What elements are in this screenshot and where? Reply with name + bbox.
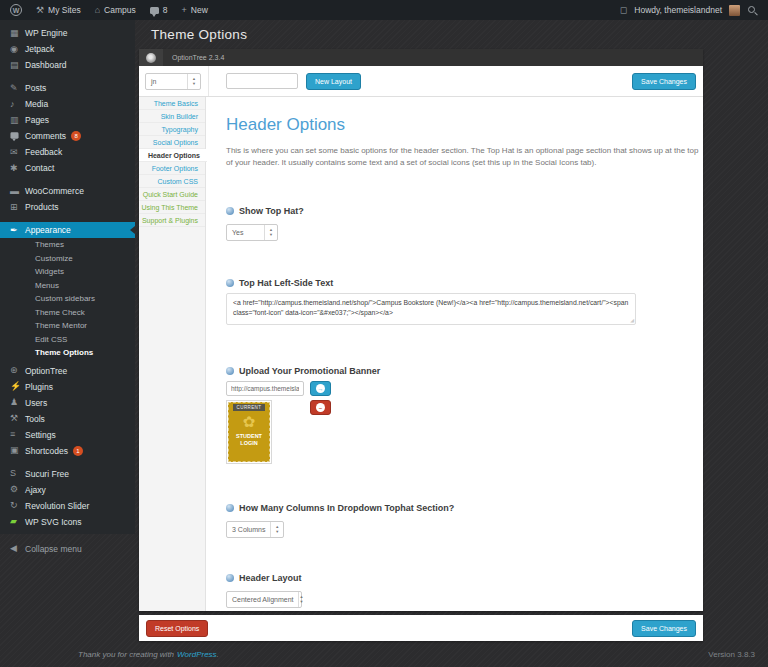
setting-label: Upload Your Promotional Banner — [239, 366, 380, 376]
admin-bar-site[interactable]: ⌂ Campus — [95, 5, 136, 15]
sidebar-item-label: Tools — [25, 414, 45, 424]
new-layout-button[interactable]: New Layout — [306, 73, 361, 90]
plus-icon: + — [182, 6, 187, 15]
sidebar-item-posts[interactable]: ✎ Posts — [0, 80, 135, 96]
banner-upload-row: → — [226, 381, 702, 396]
tab-theme-basics[interactable]: Theme Basics — [139, 97, 205, 110]
tab-social-options[interactable]: Social Options — [139, 136, 205, 149]
products-icon: ⊞ — [10, 203, 25, 212]
section-heading: Header Options — [226, 115, 702, 135]
jetpack-icon: ◉ — [10, 45, 25, 54]
tab-support-plugins[interactable]: Support & Plugins — [139, 214, 205, 227]
sidebar-item-label: OptionTree — [25, 366, 67, 376]
search-icon[interactable] — [747, 5, 758, 16]
sidebar-item-woocommerce[interactable]: ▬ WooCommerce — [0, 183, 135, 199]
comments-count: 8 — [163, 5, 168, 15]
info-icon[interactable] — [226, 207, 234, 215]
save-changes-button-bottom[interactable]: Save Changes — [632, 620, 696, 637]
sidebar-item-wp-svg-icons[interactable]: ▰ WP SVG Icons — [0, 514, 135, 530]
tab-typography[interactable]: Typography — [139, 123, 205, 136]
new-layout-input[interactable] — [226, 73, 298, 89]
crest-ornament-icon: ✿ — [243, 413, 256, 430]
optiontree-body: Theme Basics Skin Builder Typography Soc… — [139, 97, 703, 611]
info-icon[interactable] — [226, 367, 234, 375]
remove-media-button[interactable]: – — [310, 400, 331, 415]
collapse-menu-button[interactable]: ◀ Collapse menu — [0, 541, 135, 557]
save-changes-button-top[interactable]: Save Changes — [632, 73, 696, 90]
avatar[interactable] — [729, 5, 740, 16]
top-hat-text-textarea[interactable]: <a href="http://campus.themeisland.net/s… — [226, 293, 636, 325]
submenu-item-edit-css[interactable]: Edit CSS — [0, 333, 135, 347]
sidebar-item-feedback[interactable]: ✉ Feedback — [0, 144, 135, 160]
menu-separator — [0, 73, 135, 80]
optiontree-icon: ⊛ — [10, 366, 25, 375]
sidebar-item-ajaxy[interactable]: ⚙ Ajaxy — [0, 482, 135, 498]
shortcodes-icon: ▣ — [10, 446, 25, 455]
submenu-item-widgets[interactable]: Widgets — [0, 265, 135, 279]
sidebar-item-users[interactable]: ♟ Users — [0, 395, 135, 411]
tab-using-this-theme[interactable]: Using This Theme — [139, 201, 205, 214]
tab-header-options[interactable]: Header Options — [139, 149, 207, 162]
tab-skin-builder[interactable]: Skin Builder — [139, 110, 205, 123]
sidebar-item-dashboard[interactable]: ▤ Dashboard — [0, 57, 135, 73]
sidebar-item-sucuri[interactable]: S Sucuri Free — [0, 466, 135, 482]
howdy-account[interactable]: Howdy, themeislandnet — [634, 5, 722, 15]
site-name-label: Campus — [104, 5, 136, 15]
sidebar-item-media[interactable]: ♪ Media — [0, 96, 135, 112]
reset-options-button[interactable]: Reset Options — [146, 620, 208, 637]
sidebar-item-contact[interactable]: ✱ Contact — [0, 160, 135, 176]
sidebar-item-optiontree[interactable]: ⊛ OptionTree — [0, 363, 135, 379]
info-icon[interactable] — [226, 574, 234, 582]
collapse-menu-label: Collapse menu — [25, 544, 82, 554]
wordpress-link[interactable]: WordPress — [177, 650, 217, 659]
admin-bar-comments[interactable]: 8 — [150, 5, 168, 15]
sidebar-item-wp-engine[interactable]: ▦ WP Engine — [0, 25, 135, 41]
submenu-item-theme-options[interactable]: Theme Options — [0, 346, 135, 360]
sidebar-item-shortcodes[interactable]: ▣ Shortcodes 1 — [0, 443, 135, 459]
sidebar-item-products[interactable]: ⊞ Products — [0, 199, 135, 215]
sidebar-item-label: WP SVG Icons — [25, 517, 82, 527]
wordpress-logo-icon[interactable]: W — [10, 4, 22, 16]
submenu-item-theme-check[interactable]: Theme Check — [0, 306, 135, 320]
banner-url-input[interactable] — [226, 381, 304, 396]
sidebar-item-jetpack[interactable]: ◉ Jetpack — [0, 41, 135, 57]
tab-quick-start-guide[interactable]: Quick Start Guide — [139, 188, 205, 201]
info-icon[interactable] — [226, 279, 234, 287]
optiontree-panel: OptionTree 2.3.4 jn ▲▼ New Layout Save C… — [139, 49, 703, 611]
setting-show-top-hat: Show Top Hat? Yes ▲▼ — [226, 206, 702, 241]
columns-select[interactable]: 3 Columns ▲▼ — [226, 521, 284, 538]
sidebar-item-appearance[interactable]: ✒ Appearance — [0, 222, 135, 238]
admin-bar-my-sites[interactable]: ⚒ My Sites — [36, 5, 81, 15]
admin-bar-new[interactable]: + New — [182, 5, 208, 15]
sidebar-item-pages[interactable]: ▥ Pages — [0, 112, 135, 128]
upload-media-button[interactable]: → — [310, 381, 331, 396]
submenu-item-custom-sidebars[interactable]: Custom sidebars — [0, 292, 135, 306]
sucuri-icon: S — [10, 469, 25, 478]
tab-custom-css[interactable]: Custom CSS — [139, 175, 205, 188]
sidebar-item-plugins[interactable]: ⚡ Plugins — [0, 379, 135, 395]
header-layout-select[interactable]: Centered Alignment ▲▼ — [226, 591, 302, 608]
screen-icon[interactable]: ◻ — [620, 6, 627, 15]
woocommerce-icon: ▬ — [10, 187, 25, 196]
submenu-item-themes[interactable]: Themes — [0, 238, 135, 252]
optiontree-toolbar: jn ▲▼ New Layout Save Changes — [139, 66, 703, 97]
tools-icon: ⚒ — [10, 414, 25, 423]
page-title: Theme Options — [135, 20, 768, 49]
layout-select[interactable]: jn ▲▼ — [145, 73, 201, 90]
options-nav: Theme Basics Skin Builder Typography Soc… — [139, 97, 206, 611]
setting-label: How Many Columns In Dropdown Tophat Sect… — [239, 503, 454, 513]
optiontree-logo-cell — [139, 49, 163, 66]
gear-icon: ⚙ — [10, 485, 25, 494]
sidebar-item-tools[interactable]: ⚒ Tools — [0, 411, 135, 427]
tab-footer-options[interactable]: Footer Options — [139, 162, 205, 175]
sidebar-item-revolution-slider[interactable]: ↻ Revolution Slider — [0, 498, 135, 514]
submenu-item-customize[interactable]: Customize — [0, 252, 135, 266]
sidebar-item-settings[interactable]: ≡ Settings — [0, 427, 135, 443]
bottom-action-bar: Reset Options Save Changes — [139, 615, 703, 641]
remove-minus-icon: – — [316, 403, 325, 412]
show-top-hat-select[interactable]: Yes ▲▼ — [226, 224, 278, 241]
submenu-item-menus[interactable]: Menus — [0, 279, 135, 293]
sidebar-item-comments[interactable]: Comments 8 — [0, 128, 135, 144]
submenu-item-theme-mentor[interactable]: Theme Mentor — [0, 319, 135, 333]
info-icon[interactable] — [226, 504, 234, 512]
